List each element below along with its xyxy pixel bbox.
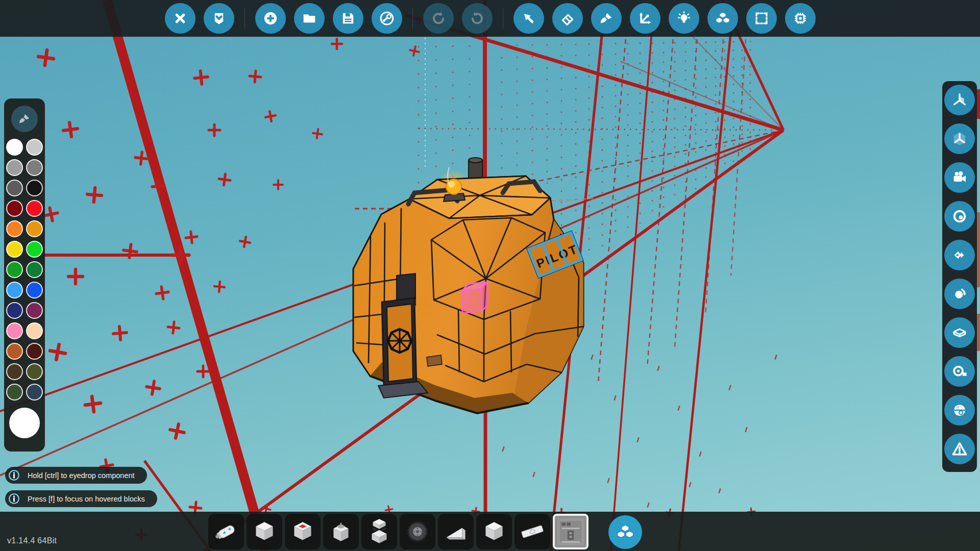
- view-cube-button[interactable]: [944, 123, 975, 154]
- mirror-button[interactable]: [944, 240, 975, 270]
- color-swatch-14[interactable]: [6, 282, 23, 298]
- sign-block-icon: [555, 516, 586, 547]
- color-swatch-10[interactable]: [6, 241, 23, 258]
- color-swatch-15[interactable]: [26, 282, 43, 298]
- folder-icon: [301, 10, 318, 27]
- color-swatch-3[interactable]: [26, 159, 43, 176]
- color-swatch-11[interactable]: [26, 241, 43, 258]
- steam-workshop-button[interactable]: [372, 3, 402, 34]
- select-area-button[interactable]: [746, 3, 777, 34]
- color-swatch-7[interactable]: [26, 200, 43, 217]
- color-swatch-20[interactable]: [6, 343, 23, 360]
- load-button[interactable]: [294, 3, 325, 34]
- color-swatch-18[interactable]: [6, 322, 23, 339]
- paint-brush-tool[interactable]: [11, 106, 38, 132]
- color-swatch-16[interactable]: [6, 302, 23, 319]
- vehicle[interactable]: PILOT: [353, 158, 583, 413]
- add-icon: [262, 10, 279, 27]
- color-swatch-12[interactable]: [6, 261, 23, 278]
- color-swatch-24[interactable]: [6, 384, 23, 400]
- wheel-icon: [403, 517, 432, 546]
- color-swatch-23[interactable]: [26, 363, 43, 380]
- blocks-tool-button[interactable]: [707, 3, 738, 34]
- hotbar: [208, 514, 589, 549]
- slot-pivot-block[interactable]: [361, 514, 397, 549]
- info-icon: [8, 469, 20, 482]
- rotate-button[interactable]: [944, 279, 975, 309]
- undo-icon: [430, 10, 447, 27]
- slot-block[interactable]: [247, 514, 282, 549]
- view-sidebar: [942, 81, 977, 472]
- move-tool-button[interactable]: [630, 3, 660, 34]
- eraser-icon: [559, 10, 576, 27]
- mirror-icon: [950, 246, 969, 264]
- color-swatch-21[interactable]: [26, 343, 43, 360]
- color-swatch-25[interactable]: [26, 384, 43, 400]
- color-swatch-8[interactable]: [6, 220, 23, 237]
- light-tool-button[interactable]: [669, 3, 699, 34]
- measure-icon: [950, 362, 969, 381]
- slot-button-block[interactable]: [285, 514, 321, 549]
- cubes-icon: [714, 10, 731, 27]
- color-swatch-13[interactable]: [26, 261, 43, 278]
- environment-button[interactable]: [944, 395, 975, 425]
- panel-icon: [518, 517, 547, 546]
- camera-button[interactable]: [944, 162, 975, 193]
- block-picker-button[interactable]: [608, 515, 642, 549]
- slot-dome-block[interactable]: [323, 514, 359, 549]
- measure-button[interactable]: [944, 356, 975, 387]
- paint-tool-button[interactable]: [591, 3, 622, 34]
- color-swatch-9[interactable]: [26, 220, 43, 237]
- slab-button[interactable]: [944, 317, 975, 348]
- erase-tool-button[interactable]: [552, 3, 583, 34]
- microchip-icon: [792, 10, 809, 27]
- select-box-icon: [753, 10, 770, 27]
- slot-wheel[interactable]: [400, 514, 435, 549]
- color-swatch-17[interactable]: [26, 302, 43, 319]
- slot-block-2[interactable]: [476, 514, 512, 549]
- slot-sign[interactable]: [553, 514, 589, 549]
- new-vehicle-button[interactable]: [255, 3, 286, 34]
- logic-tool-button[interactable]: [785, 3, 816, 34]
- slot-wedge[interactable]: [438, 514, 474, 549]
- color-swatch-4[interactable]: [6, 180, 23, 196]
- save-icon: [339, 10, 357, 27]
- viewport-3d[interactable]: PILOT: [0, 0, 980, 551]
- scene-edge-sliver: [977, 212, 980, 287]
- close-button[interactable]: [165, 3, 195, 34]
- workshop-button[interactable]: [204, 3, 234, 34]
- color-swatch-5[interactable]: [26, 180, 43, 196]
- grid-overlay: PILOT: [0, 0, 980, 551]
- warnings-button[interactable]: [944, 434, 975, 464]
- color-swatch-6[interactable]: [6, 200, 23, 217]
- steam-icon: [378, 10, 396, 27]
- color-swatch-19[interactable]: [26, 322, 43, 339]
- color-swatch-2[interactable]: [6, 159, 23, 176]
- slot-pipe-part[interactable]: [208, 514, 244, 549]
- brush-icon: [598, 10, 615, 27]
- grid-horizon-dotted: [419, 129, 783, 130]
- tooltip-focus: Press [f] to focus on hovered blocks: [5, 490, 157, 507]
- workshop-icon: [210, 10, 228, 27]
- undo-button[interactable]: [423, 3, 454, 34]
- scene-edge-sliver: [977, 314, 980, 351]
- toolbar-divider: [503, 8, 503, 29]
- select-tool-button[interactable]: [513, 3, 544, 34]
- color-swatch-1[interactable]: [26, 139, 43, 156]
- tooltip-eyedrop: Hold [ctrl] to eyedrop component: [5, 467, 147, 484]
- plane-gizmo-icon: [950, 91, 969, 109]
- block-icon: [250, 517, 279, 546]
- focus-button[interactable]: [944, 201, 975, 232]
- block-icon: [479, 517, 509, 546]
- tooltip-text: Press [f] to focus on hovered blocks: [28, 495, 145, 503]
- cursor-icon: [520, 10, 537, 27]
- slot-panel[interactable]: [514, 514, 550, 549]
- current-color-swatch[interactable]: [9, 408, 40, 438]
- tooltip-text: Hold [ctrl] to eyedrop component: [28, 471, 135, 480]
- paint-cursor-highlight: [462, 282, 488, 313]
- color-swatch-0[interactable]: [6, 139, 23, 156]
- color-swatch-22[interactable]: [6, 363, 23, 380]
- redo-button[interactable]: [462, 3, 493, 34]
- view-plane-button[interactable]: [944, 85, 975, 115]
- save-button[interactable]: [333, 3, 363, 34]
